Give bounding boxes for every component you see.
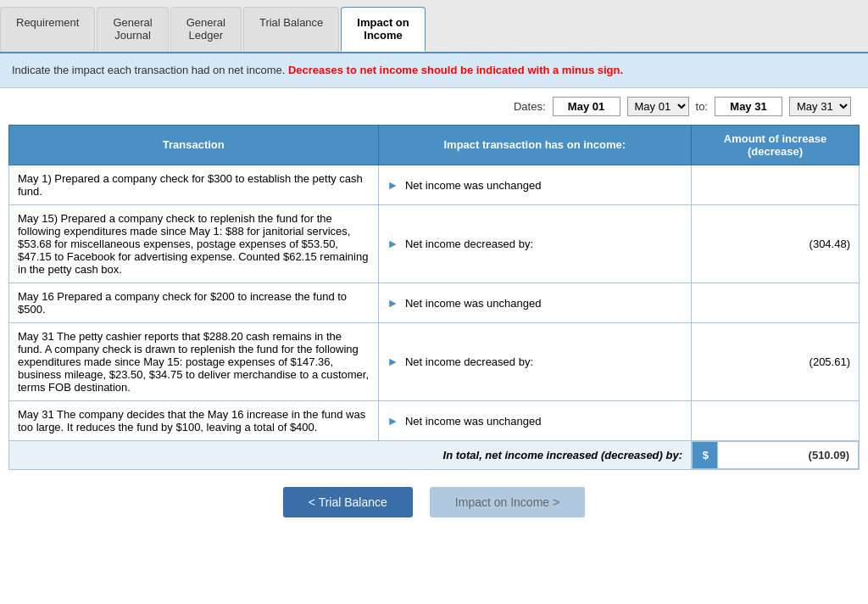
impact-text: ► Net income decreased by: bbox=[378, 322, 692, 400]
amount-value: (304.48) bbox=[692, 204, 860, 282]
table-row: May 15) Prepared a company check to repl… bbox=[9, 204, 860, 282]
tab-general-journal[interactable]: GeneralJournal bbox=[97, 7, 168, 52]
tab-trial-balance[interactable]: Trial Balance bbox=[243, 7, 339, 52]
impact-text: ► Net income was unchanged bbox=[378, 400, 692, 440]
dollar-sign: $ bbox=[693, 441, 718, 468]
header-amount: Amount of increase (decrease) bbox=[692, 125, 860, 165]
date-from-dropdown[interactable]: May 01 bbox=[627, 97, 689, 116]
date-filter-row: Dates: May 01 May 01 to: May 31 May 31 bbox=[0, 88, 868, 125]
header-impact: Impact transaction has on income: bbox=[378, 125, 692, 165]
table-row: May 1) Prepared a company check for $300… bbox=[9, 165, 860, 204]
tab-general-ledger[interactable]: GeneralLedger bbox=[170, 7, 242, 52]
transaction-text: May 31 The company decides that the May … bbox=[9, 400, 379, 440]
amount-value[interactable] bbox=[692, 282, 860, 322]
arrow-icon: ► bbox=[387, 296, 399, 310]
amount-value[interactable] bbox=[692, 165, 860, 204]
arrow-icon: ► bbox=[387, 355, 399, 368]
amount-value: (205.61) bbox=[692, 322, 860, 400]
arrow-icon: ► bbox=[387, 237, 399, 250]
transaction-text: May 16 Prepared a company check for $200… bbox=[9, 282, 379, 322]
impact-text: ► Net income was unchanged bbox=[378, 165, 692, 204]
transaction-text: May 1) Prepared a company check for $300… bbox=[9, 165, 379, 204]
transaction-text: May 31 The petty cashier reports that $2… bbox=[9, 322, 379, 400]
total-label: In total, net income increased (decrease… bbox=[9, 440, 692, 469]
table-row: May 16 Prepared a company check for $200… bbox=[9, 282, 860, 322]
total-amount-cell: $ (510.09) bbox=[692, 440, 860, 469]
forward-button[interactable]: Impact on Income > bbox=[430, 487, 585, 517]
transaction-text: May 15) Prepared a company check to repl… bbox=[9, 204, 379, 282]
bottom-nav: < Trial Balance Impact on Income > bbox=[0, 470, 868, 534]
amount-value[interactable] bbox=[692, 400, 860, 440]
arrow-icon: ► bbox=[387, 414, 399, 428]
total-value: (510.09) bbox=[718, 441, 859, 468]
total-row: In total, net income increased (decrease… bbox=[9, 440, 860, 469]
arrow-icon: ► bbox=[387, 178, 399, 192]
impact-text: ► Net income was unchanged bbox=[378, 282, 692, 322]
header-transaction: Transaction bbox=[9, 125, 379, 165]
instruction-bar: Indicate the impact each transaction had… bbox=[0, 53, 868, 88]
date-to-value: May 31 bbox=[715, 97, 782, 116]
table-row: May 31 The company decides that the May … bbox=[9, 400, 860, 440]
tab-requirement[interactable]: Requirement bbox=[0, 7, 95, 52]
impact-income-table: Transaction Impact transaction has on in… bbox=[8, 125, 860, 470]
date-from-value: May 01 bbox=[553, 97, 620, 116]
table-row: May 31 The petty cashier reports that $2… bbox=[9, 322, 860, 400]
tab-bar: Requirement GeneralJournal GeneralLedger… bbox=[0, 0, 868, 53]
tab-impact-income[interactable]: Impact onIncome bbox=[341, 7, 425, 52]
back-button[interactable]: < Trial Balance bbox=[283, 487, 413, 517]
impact-text: ► Net income decreased by: bbox=[378, 204, 692, 282]
date-to-dropdown[interactable]: May 31 bbox=[789, 97, 851, 116]
